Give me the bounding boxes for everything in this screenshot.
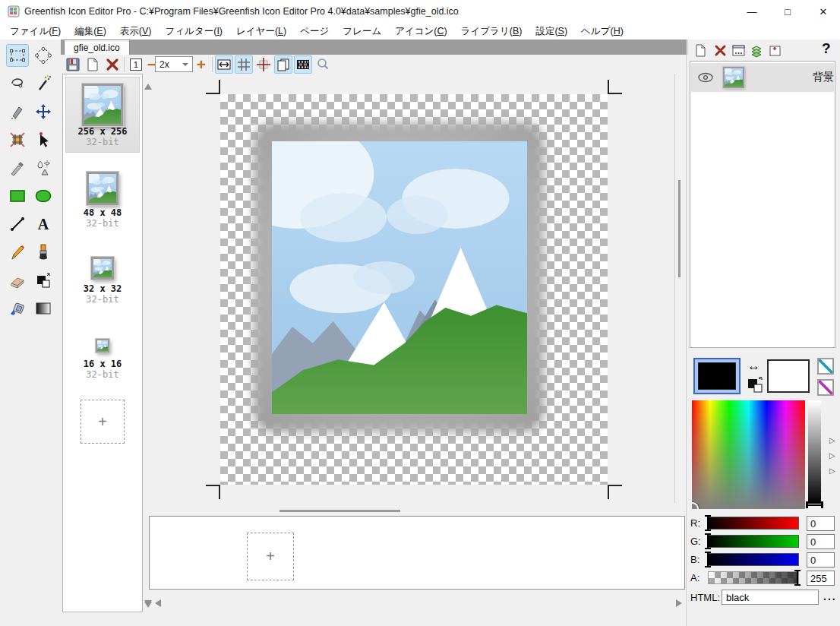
- add-page-button[interactable]: +: [81, 400, 125, 444]
- tool-ellipse[interactable]: [32, 185, 55, 207]
- close-button[interactable]: ✕: [806, 0, 840, 23]
- background-color-swatch[interactable]: [767, 359, 810, 393]
- tool-retouch[interactable]: [32, 156, 55, 179]
- frames-scroll-left[interactable]: [155, 599, 161, 607]
- visibility-eye-icon[interactable]: [697, 72, 714, 83]
- pages-scroll-up[interactable]: [144, 84, 152, 90]
- value-slider-thumb[interactable]: [806, 501, 823, 508]
- frames-scroll-right[interactable]: [676, 599, 682, 607]
- maximize-button[interactable]: □: [770, 0, 805, 23]
- more-colors-button[interactable]: ...: [823, 590, 837, 602]
- inverted-color-button[interactable]: [817, 379, 834, 396]
- minimize-button[interactable]: —: [734, 0, 769, 23]
- swap-colors-arrow[interactable]: ↔: [747, 359, 760, 374]
- tool-crop[interactable]: [6, 128, 29, 151]
- alpha-slider-thumb[interactable]: [794, 570, 801, 586]
- frames-panel-arrow[interactable]: [144, 600, 152, 606]
- red-slider-thumb[interactable]: [705, 515, 711, 531]
- menu-bar: ファイル(F) 編集(E) 表示(V) フィルター(I) レイヤー(L) ページ…: [0, 23, 840, 40]
- tool-brush[interactable]: [32, 241, 55, 264]
- merge-layers-button[interactable]: [748, 42, 765, 58]
- red-slider[interactable]: [708, 517, 799, 530]
- menu-help[interactable]: ヘルプ(H): [574, 23, 630, 40]
- swap-colors-icon: [34, 271, 52, 289]
- canvas-image[interactable]: [272, 141, 527, 414]
- menu-icon[interactable]: アイコン(C): [388, 23, 454, 40]
- pages-panel: 256 x 256 32-bit 48 x 48 32-bit 32 x 32 …: [62, 74, 143, 612]
- html-color-input[interactable]: [722, 590, 819, 605]
- add-page-small-button[interactable]: [766, 42, 783, 58]
- mini-swap-colors-icon[interactable]: [747, 376, 766, 396]
- new-page-button[interactable]: [84, 55, 102, 74]
- picker-mode-arrow-2[interactable]: ▷: [829, 451, 835, 460]
- menu-filter[interactable]: フィルター(I): [159, 23, 230, 40]
- picker-mode-arrow-1[interactable]: ▷: [829, 436, 835, 444]
- grid-toggle[interactable]: [235, 55, 253, 74]
- value-slider[interactable]: [808, 400, 821, 504]
- delete-page-button[interactable]: [103, 55, 122, 74]
- tool-rectangle[interactable]: [6, 185, 29, 207]
- tool-eyedropper[interactable]: [6, 156, 29, 179]
- tool-freehand-select[interactable]: [6, 100, 29, 123]
- tool-text[interactable]: A: [32, 213, 55, 236]
- tool-swap-colors[interactable]: [32, 269, 55, 292]
- tool-gradient[interactable]: [32, 297, 55, 320]
- tab-document[interactable]: gfie_old.ico: [64, 40, 130, 55]
- tool-rect-select[interactable]: [6, 44, 29, 67]
- add-frame-button[interactable]: +: [247, 533, 294, 580]
- save-button[interactable]: [64, 55, 82, 74]
- page-item-48[interactable]: 48 x 48 32-bit: [65, 167, 140, 236]
- page-item-32[interactable]: 32 x 32 32-bit: [65, 251, 140, 311]
- foreground-color-swatch[interactable]: [693, 358, 741, 394]
- tool-eraser[interactable]: [6, 269, 29, 292]
- magic-wand-icon: [34, 74, 52, 93]
- tool-ellipse-select[interactable]: [32, 44, 55, 67]
- green-slider-thumb[interactable]: [705, 533, 711, 549]
- layer-properties-button[interactable]: [730, 42, 747, 58]
- menu-view[interactable]: 表示(V): [113, 23, 159, 40]
- delete-layer-button[interactable]: [712, 42, 728, 58]
- magnifier-button[interactable]: [314, 55, 332, 74]
- menu-frame[interactable]: フレーム: [336, 23, 388, 40]
- menu-page[interactable]: ページ: [293, 23, 336, 40]
- help-button[interactable]: ?: [822, 40, 831, 57]
- tool-bucket-fill[interactable]: [6, 297, 29, 320]
- zoom-in-button[interactable]: +: [192, 55, 210, 74]
- tool-lasso[interactable]: [6, 72, 29, 95]
- layers-icon: [749, 43, 764, 58]
- rectangle-icon: [8, 187, 27, 205]
- canvas-corner-mark-tl: [206, 80, 220, 94]
- transparent-color-button[interactable]: [817, 358, 834, 375]
- page-item-256[interactable]: 256 x 256 32-bit: [65, 77, 140, 153]
- canvas-horizontal-scrollbar[interactable]: [279, 510, 400, 512]
- green-value-input[interactable]: [807, 534, 835, 549]
- page-item-16[interactable]: 16 x 16 32-bit: [65, 331, 140, 386]
- menu-layer[interactable]: レイヤー(L): [229, 23, 293, 40]
- menu-file[interactable]: ファイル(F): [3, 23, 68, 40]
- alpha-value-input[interactable]: [807, 571, 835, 586]
- tool-magic-wand[interactable]: [32, 72, 55, 95]
- tool-move[interactable]: [32, 100, 55, 123]
- layer-row-background[interactable]: 背景: [691, 63, 834, 92]
- green-slider[interactable]: [708, 535, 799, 548]
- menu-library[interactable]: ライブラリ(B): [454, 23, 529, 40]
- tool-line[interactable]: [6, 213, 29, 236]
- new-layer-button[interactable]: [692, 42, 709, 58]
- frames-strip-toggle[interactable]: [294, 55, 312, 74]
- tool-hotspot[interactable]: [32, 128, 55, 151]
- fit-window-toggle[interactable]: [215, 55, 233, 74]
- alpha-slider[interactable]: [708, 571, 799, 584]
- canvas-vertical-scrollbar[interactable]: [678, 180, 681, 277]
- tool-pencil[interactable]: [6, 241, 29, 264]
- pages-panel-toggle[interactable]: [274, 55, 292, 74]
- blue-value-input[interactable]: [807, 552, 835, 568]
- centerlines-toggle[interactable]: [254, 55, 273, 74]
- hue-saturation-picker[interactable]: [692, 400, 805, 509]
- menu-edit[interactable]: 編集(E): [68, 23, 113, 40]
- menu-settings[interactable]: 設定(S): [529, 23, 574, 40]
- blue-slider-thumb[interactable]: [705, 552, 711, 568]
- red-value-input[interactable]: [807, 516, 835, 531]
- picker-mode-arrow-3[interactable]: ▷: [829, 466, 835, 475]
- blue-slider[interactable]: [708, 553, 799, 566]
- zoom-level-select[interactable]: 2x: [155, 56, 193, 72]
